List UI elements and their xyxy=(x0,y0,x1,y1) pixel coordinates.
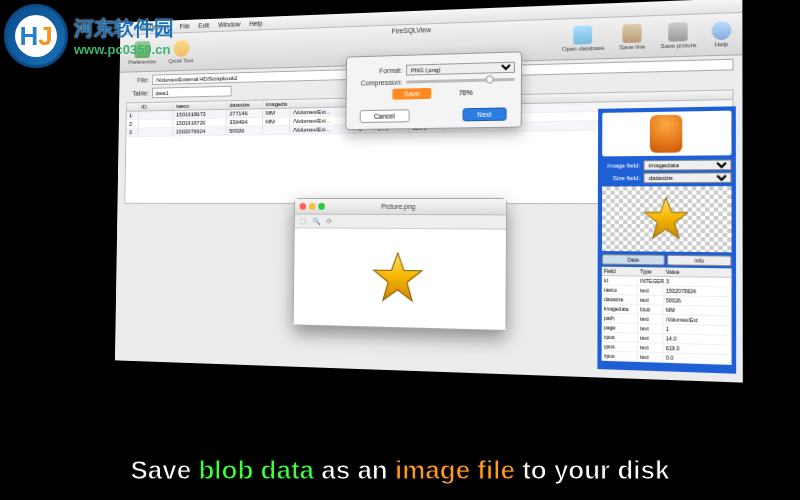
open-database-icon xyxy=(574,26,593,45)
format-label: Format: xyxy=(353,67,403,75)
table-name-input[interactable] xyxy=(152,86,232,98)
site-watermark: HJ 河东软件园 www.pc0359.cn xyxy=(0,0,178,72)
svg-marker-1 xyxy=(373,253,422,301)
toolbar-save-picture[interactable]: Save picture xyxy=(660,22,696,49)
preview-canvas xyxy=(294,228,506,330)
tool-rotate-icon[interactable]: ⟳ xyxy=(327,217,333,225)
save-line-icon xyxy=(623,24,642,43)
menu-edit[interactable]: Edit xyxy=(198,22,209,29)
image-preview-thumb xyxy=(602,186,732,252)
picture-preview-window[interactable]: Picture.png ⬚ 🔍 ⟳ xyxy=(293,198,507,331)
menu-file[interactable]: File xyxy=(180,23,190,30)
watermark-title: 河东软件园 xyxy=(74,15,174,42)
watermark-url: www.pc0359.cn xyxy=(74,42,174,57)
cancel-button[interactable]: Cancel xyxy=(360,109,410,123)
star-icon xyxy=(371,251,424,306)
compression-label: Compression: xyxy=(352,79,402,87)
tool-select-icon[interactable]: ⬚ xyxy=(300,217,307,225)
format-select[interactable]: PNG (.png) xyxy=(406,62,515,76)
compression-slider[interactable] xyxy=(406,78,515,84)
database-icon-box xyxy=(602,111,731,157)
star-icon xyxy=(642,196,690,243)
slider-thumb[interactable] xyxy=(486,75,494,83)
export-dialog: Format: PNG (.png) Compression: Save 78%… xyxy=(345,51,522,130)
save-picture-icon xyxy=(669,22,688,41)
tab-info[interactable]: Info xyxy=(667,255,732,266)
size-field-select[interactable]: datasize xyxy=(643,172,731,183)
toolbar-save-line[interactable]: Save line xyxy=(619,24,645,51)
database-icon xyxy=(650,115,682,153)
toolbar-open-database[interactable]: Open database xyxy=(562,25,605,52)
size-field-label: Size field: xyxy=(602,175,640,181)
preview-titlebar[interactable]: Picture.png xyxy=(295,199,506,215)
svg-marker-0 xyxy=(644,198,688,239)
watermark-logo: HJ xyxy=(4,4,68,68)
image-side-panel: Image field:imagedata Size field:datasiz… xyxy=(597,106,736,373)
marketing-caption: Save blob data as an image file to your … xyxy=(0,455,800,486)
preview-toolbar: ⬚ 🔍 ⟳ xyxy=(295,215,506,230)
toolbar-help[interactable]: Help xyxy=(712,21,732,48)
preview-title: Picture.png xyxy=(295,203,506,210)
image-field-label: Image field: xyxy=(602,162,640,169)
field-info-table: FieldTypeValue idINTEGER3taecotext150207… xyxy=(602,267,732,365)
menu-help[interactable]: Help xyxy=(249,20,262,27)
save-button[interactable]: Save xyxy=(392,88,431,100)
next-button[interactable]: Next xyxy=(462,107,506,121)
file-label: File: xyxy=(126,77,149,84)
help-icon xyxy=(712,21,732,41)
app-window: FireSQLView File Edit Window Help FireSQ… xyxy=(115,0,743,383)
table-label: Table: xyxy=(126,90,149,97)
tab-data[interactable]: Data xyxy=(602,254,665,265)
compression-value: 78% xyxy=(459,89,473,96)
menu-window[interactable]: Window xyxy=(218,21,240,29)
tool-zoom-icon[interactable]: 🔍 xyxy=(312,217,321,225)
image-field-select[interactable]: imagedata xyxy=(643,160,731,171)
